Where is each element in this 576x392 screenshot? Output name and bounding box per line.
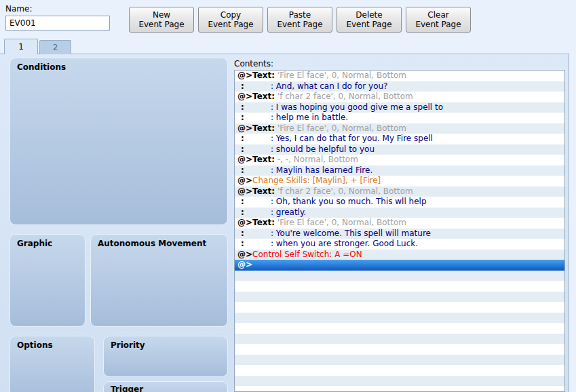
clear-event-page-button[interactable]: Clear Event Page bbox=[406, 7, 471, 33]
event-command-row[interactable]: :: when you are stronger. Good Luck. bbox=[235, 239, 564, 250]
event-command-row[interactable]: @>Text: -, -, Normal, Bottom bbox=[235, 155, 564, 165]
movement-title: Autonomous Movement bbox=[98, 239, 227, 248]
conditions-title: Conditions bbox=[17, 62, 227, 72]
event-command-empty-row[interactable] bbox=[235, 355, 564, 366]
event-command-row[interactable]: @>Text: 'Fire El face', 0, Normal, Botto… bbox=[235, 123, 564, 134]
event-command-empty-row[interactable] bbox=[235, 334, 564, 345]
event-command-empty-row[interactable] bbox=[235, 386, 564, 392]
priority-title: Priority bbox=[111, 340, 227, 350]
tab-page-1[interactable]: 1 bbox=[4, 39, 38, 54]
options-panel: Options bbox=[9, 336, 95, 392]
new-event-page-button[interactable]: New Event Page bbox=[129, 7, 194, 33]
event-command-row[interactable]: :: should be helpful to you bbox=[235, 144, 564, 155]
contents-label: Contents: bbox=[234, 59, 273, 68]
conditions-panel: Conditions bbox=[9, 58, 228, 225]
trigger-panel: Trigger bbox=[103, 381, 228, 392]
event-command-row[interactable]: :: help me in battle. bbox=[235, 113, 564, 123]
copy-event-page-button[interactable]: Copy Event Page bbox=[198, 7, 263, 33]
graphic-panel: Graphic bbox=[9, 234, 85, 327]
event-command-row[interactable]: @>Text: 'Fire El face', 0, Normal, Botto… bbox=[235, 71, 564, 81]
event-command-row[interactable]: :: Oh, thank you so much. This wll help bbox=[235, 197, 564, 208]
event-command-row[interactable]: :: You're welcome. This spell will matur… bbox=[235, 229, 564, 239]
event-commands-list[interactable]: @>Text: 'Fire El face', 0, Normal, Botto… bbox=[234, 70, 565, 392]
name-label: Name: bbox=[5, 4, 32, 14]
event-command-row[interactable]: :: greatly. bbox=[235, 208, 564, 218]
event-command-row[interactable]: :: Maylin has learned Fire. bbox=[235, 165, 564, 176]
paste-event-page-button[interactable]: Paste Event Page bbox=[267, 7, 332, 33]
event-command-row[interactable]: :: And, what can I do for you? bbox=[235, 81, 564, 92]
event-command-empty-row[interactable] bbox=[235, 271, 564, 281]
event-command-empty-row[interactable] bbox=[235, 302, 564, 313]
tab-page-2[interactable]: 2 bbox=[39, 40, 71, 54]
delete-event-page-button[interactable]: Delete Event Page bbox=[337, 7, 402, 33]
event-command-row[interactable]: :: I was hoping you good give me a spell… bbox=[235, 102, 564, 113]
graphic-title: Graphic bbox=[17, 239, 85, 248]
event-command-empty-row[interactable] bbox=[235, 376, 564, 387]
event-command-row[interactable]: @>Change Skills: [Maylin], + [Fire] bbox=[235, 176, 564, 187]
trigger-title: Trigger bbox=[111, 385, 227, 392]
event-command-empty-row[interactable] bbox=[235, 344, 564, 355]
event-command-cursor-row[interactable]: @> bbox=[235, 260, 564, 271]
event-command-empty-row[interactable] bbox=[235, 281, 564, 292]
options-title: Options bbox=[17, 340, 94, 350]
event-editor-window: Name: New Event Page Copy Event Page Pas… bbox=[0, 0, 576, 392]
event-command-row[interactable]: @>Text: 'f char 2 face', 0, Normal, Bott… bbox=[235, 187, 564, 197]
event-command-empty-row[interactable] bbox=[235, 365, 564, 376]
event-command-row[interactable]: @>Text: 'Fire El face', 0, Normal, Botto… bbox=[235, 218, 564, 229]
event-command-empty-row[interactable] bbox=[235, 292, 564, 302]
movement-panel: Autonomous Movement bbox=[90, 234, 228, 327]
event-command-row[interactable]: @>Control Self Switch: A =ON bbox=[235, 250, 564, 260]
priority-panel: Priority bbox=[103, 336, 228, 377]
event-name-input[interactable] bbox=[5, 16, 110, 31]
event-command-row[interactable]: @>Text: 'f char 2 face', 0, Normal, Bott… bbox=[235, 92, 564, 102]
event-command-empty-row[interactable] bbox=[235, 323, 564, 334]
event-command-row[interactable]: :: Yes, I can do that for you. My Fire s… bbox=[235, 134, 564, 144]
event-command-empty-row[interactable] bbox=[235, 313, 564, 324]
